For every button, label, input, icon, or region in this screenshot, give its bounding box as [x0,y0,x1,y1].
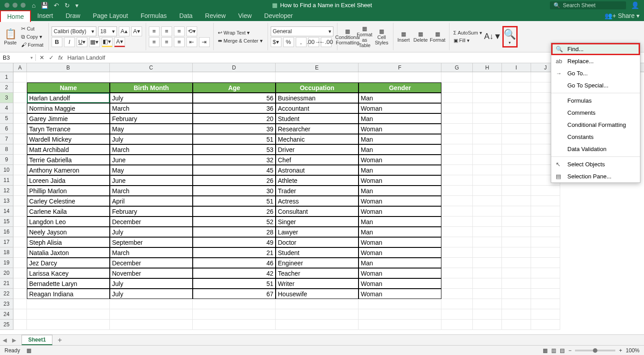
cell[interactable] [13,155,27,165]
cell[interactable] [531,196,560,206]
cell[interactable] [13,93,27,103]
cell[interactable] [531,299,560,309]
cell[interactable]: Lawyer [276,227,359,237]
menu-goto-special[interactable]: Go To Special... [551,79,640,91]
add-sheet-button[interactable]: + [55,336,64,344]
cell[interactable] [441,289,473,299]
row-header[interactable]: 4 [0,103,13,113]
cell[interactable]: 52 [193,216,276,227]
row-header[interactable]: 1 [0,72,13,82]
cell[interactable]: 20 [193,113,276,124]
cell[interactable]: Mechanic [276,134,359,144]
cell[interactable] [473,165,502,175]
format-painter-button[interactable]: 🖌Format [20,41,45,48]
tab-insert[interactable]: Insert [31,10,59,21]
cell[interactable] [441,278,473,289]
cell[interactable] [13,186,27,196]
format-as-table-button[interactable]: ▦Format as Table [357,26,372,48]
cell[interactable] [473,227,502,237]
cell[interactable]: Doctor [276,237,359,247]
cell[interactable] [502,299,531,309]
menu-select-objects[interactable]: ↖Select Objects [551,158,640,170]
cell[interactable]: Woman [359,268,441,278]
column-header[interactable]: H [473,63,502,72]
cell[interactable]: December [110,216,193,227]
cell[interactable] [441,268,473,278]
cell[interactable] [473,309,502,320]
zoom-out-icon[interactable]: − [568,347,571,354]
cell[interactable]: November [110,268,193,278]
decrease-font-icon[interactable]: A▾ [131,26,142,36]
cell[interactable] [502,113,531,124]
cell[interactable] [502,237,531,247]
cell[interactable] [359,309,441,320]
cell[interactable]: Woman [359,247,441,258]
cell[interactable]: Terrie Gabriella [27,155,110,165]
row-header[interactable]: 24 [0,309,13,320]
cell[interactable] [193,72,276,82]
cell[interactable]: 39 [193,124,276,134]
cell[interactable]: Athlete [276,175,359,186]
cell[interactable] [531,237,560,247]
cell[interactable]: Researcher [276,124,359,134]
cell[interactable]: Accountant [276,103,359,113]
cell[interactable] [473,103,502,113]
increase-decimal-icon[interactable]: .00→ [308,37,319,47]
cell[interactable] [473,93,502,103]
italic-button[interactable]: I [64,37,75,47]
save-icon[interactable]: 💾 [41,2,48,9]
cell[interactable]: June [110,175,193,186]
macro-icon[interactable]: ▦ [26,347,31,354]
cell[interactable] [531,186,560,196]
cell[interactable]: 51 [193,196,276,206]
cell[interactable] [473,258,502,268]
undo-icon[interactable]: ↶ [54,2,59,9]
cell[interactable] [13,196,27,206]
cell[interactable]: Garey Jimmie [27,113,110,124]
cell[interactable]: 56 [193,93,276,103]
cut-button[interactable]: ✂Cut [20,25,45,32]
cell[interactable]: 30 [193,186,276,196]
tab-home[interactable]: Home [0,10,31,22]
cell[interactable] [276,309,359,320]
cell[interactable]: March [110,247,193,258]
cell[interactable] [502,165,531,175]
delete-cells-button[interactable]: ▦Delete [413,26,428,48]
cell[interactable]: 28 [193,227,276,237]
cell[interactable]: 49 [193,237,276,247]
cell[interactable]: Normina Maggie [27,103,110,113]
cell[interactable] [359,299,441,309]
cell[interactable]: 42 [193,268,276,278]
cell[interactable] [473,247,502,258]
cell[interactable] [441,124,473,134]
cell[interactable] [13,124,27,134]
cell[interactable]: Larissa Kacey [27,268,110,278]
cell[interactable]: Man [359,165,441,175]
cell[interactable] [13,278,27,289]
row-header[interactable]: 3 [0,93,13,103]
row-header[interactable]: 14 [0,206,13,216]
cell[interactable]: 36 [193,103,276,113]
cell[interactable] [531,309,560,320]
menu-cond-fmt[interactable]: Conditional Formatting [551,119,640,131]
cell[interactable] [27,320,110,330]
cell[interactable] [13,227,27,237]
column-header[interactable]: G [441,63,473,72]
cell[interactable]: Man [359,93,441,103]
qat-dropdown-icon[interactable]: ▾ [75,2,78,9]
cell[interactable] [473,278,502,289]
cell[interactable]: Man [359,227,441,237]
align-center-icon[interactable]: ≡ [161,37,172,47]
cell[interactable] [441,320,473,330]
number-format-select[interactable]: General▾ [271,26,333,36]
cell[interactable]: March [110,144,193,155]
cell[interactable]: Phillip Marlon [27,186,110,196]
cell[interactable] [502,289,531,299]
cell[interactable] [502,124,531,134]
cell[interactable]: 45 [193,165,276,175]
column-header[interactable]: B [27,63,110,72]
cell[interactable]: Langdon Leo [27,216,110,227]
tab-draw[interactable]: Draw [59,10,86,21]
cell[interactable]: Woman [359,237,441,247]
sort-filter-button[interactable]: A↓▼ [485,26,501,48]
